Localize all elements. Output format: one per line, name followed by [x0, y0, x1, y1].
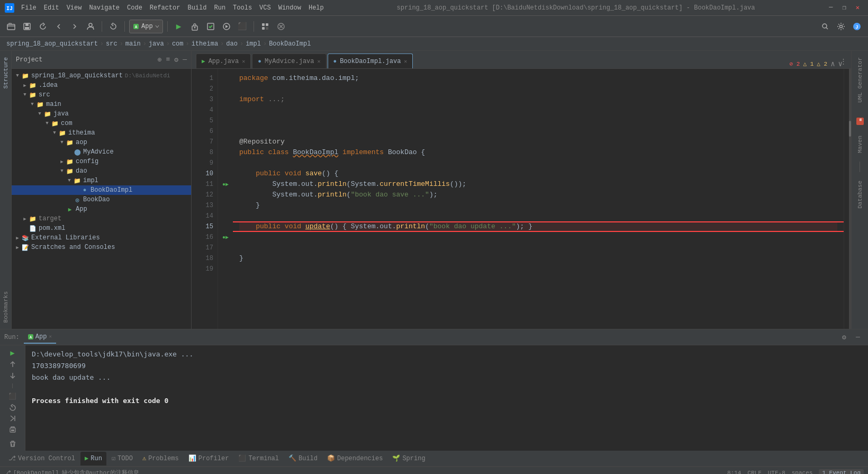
run-play-btn[interactable]: ▶	[6, 348, 20, 357]
bc-main[interactable]: main	[125, 40, 141, 48]
tree-item-com[interactable]: ▼ 📁 com	[12, 119, 191, 128]
scrollbar-thumb[interactable]	[849, 121, 851, 137]
menu-help[interactable]: Help	[305, 3, 327, 13]
tree-item-myadvice[interactable]: ▶ ⬤ MyAdvice	[12, 147, 191, 157]
refresh-btn[interactable]	[36, 20, 50, 33]
bc-java[interactable]: java	[149, 40, 164, 48]
tree-item-pom[interactable]: ▶ 📄 pom.xml	[12, 223, 191, 233]
run-trash-btn[interactable]	[6, 440, 20, 448]
tree-item-app[interactable]: ▶ ▶ App	[12, 204, 191, 214]
tree-item-dao[interactable]: ▼ 📁 dao	[12, 166, 191, 176]
indent-info[interactable]: spaces	[792, 470, 813, 475]
settings-button[interactable]	[834, 20, 848, 33]
btab-spring[interactable]: 🌱 Spring	[388, 452, 429, 466]
run-scroll-end-btn[interactable]	[6, 415, 20, 423]
bc-src[interactable]: src	[106, 40, 117, 48]
no-coverage-button[interactable]	[274, 20, 288, 33]
debug-button[interactable]	[188, 20, 202, 33]
new-file-icon[interactable]: ⊕	[158, 56, 162, 64]
tree-item-bookdaoimpl[interactable]: ▶ ● BookDaoImpl	[12, 185, 191, 195]
close-button[interactable]: ✕	[852, 3, 864, 13]
structure-tab[interactable]: Structure	[1, 53, 11, 93]
profiler-run-button[interactable]	[220, 20, 233, 33]
encoding[interactable]: UTF-8	[768, 470, 785, 475]
tree-item-src[interactable]: ▼ 📁 src	[12, 90, 191, 100]
open-btn[interactable]	[4, 20, 18, 33]
event-log-button[interactable]: 1 Event Log	[819, 469, 864, 475]
tab-bookdaoimpl-java[interactable]: ● BookDaoImpl.java ✕	[328, 53, 413, 68]
minimize-button[interactable]: —	[825, 3, 837, 13]
run-up-btn[interactable]	[6, 361, 20, 369]
tree-item-root[interactable]: ▼ 📁 spring_18_aop_quickstart D:\BaiduNet…	[12, 71, 191, 81]
maximize-button[interactable]: ❐	[838, 3, 851, 13]
menu-refactor[interactable]: Refactor	[147, 3, 184, 13]
menu-bar[interactable]: File Edit View Navigate Code Refactor Bu…	[18, 3, 327, 13]
menu-edit[interactable]: Edit	[41, 3, 62, 13]
menu-navigate[interactable]: Navigate	[86, 3, 123, 13]
code-editor[interactable]: package com.itheima.dao.impl; import ...…	[233, 69, 844, 329]
run-button[interactable]: ▶	[172, 20, 186, 33]
menu-build[interactable]: Build	[184, 3, 210, 13]
menu-file[interactable]: File	[18, 3, 40, 13]
bc-root[interactable]: spring_18_aop_quickstart	[6, 40, 98, 48]
btab-todo[interactable]: ☑ TODO	[107, 452, 137, 466]
tree-item-idea[interactable]: ▶ 📁 .idea	[12, 81, 191, 90]
git-status[interactable]: ⎇ [BookDaoImpl] 缺少包含@author的注释信息	[4, 469, 139, 474]
run-down-btn[interactable]	[6, 372, 20, 380]
menu-run[interactable]: Run	[211, 3, 229, 13]
back-btn[interactable]	[52, 20, 66, 33]
tree-item-config[interactable]: ▶ 📁 config	[12, 157, 191, 166]
menu-code[interactable]: Code	[124, 3, 146, 13]
plugins-button[interactable]: J	[850, 20, 864, 33]
window-controls[interactable]: — ❐ ✕	[825, 3, 864, 13]
run-tab-close[interactable]: ✕	[49, 334, 51, 339]
tab-close-app[interactable]: ✕	[242, 58, 245, 65]
btab-run[interactable]: ▶ Run	[80, 452, 106, 466]
btab-terminal[interactable]: ⬛ Terminal	[234, 452, 283, 466]
coverage2-button[interactable]	[258, 20, 272, 33]
editor-content[interactable]: 1 2 3 4 5 6 7 8 9 10 11 12 13 14 15 16 1…	[192, 69, 851, 329]
tree-item-bookdao[interactable]: ▶ ◎ BookDao	[12, 195, 191, 204]
run-stop-btn[interactable]: ⬛	[6, 392, 20, 400]
bc-dao[interactable]: dao	[226, 40, 238, 48]
maven-label[interactable]: Maven	[856, 133, 864, 155]
run-rerun-btn[interactable]	[6, 404, 20, 412]
app-dropdown[interactable]: A App	[129, 20, 163, 33]
revert-btn[interactable]	[106, 20, 120, 33]
menu-tools[interactable]: Tools	[230, 3, 255, 13]
bookmarks-tab[interactable]: Bookmarks	[1, 287, 11, 327]
search-everywhere-button[interactable]	[818, 20, 832, 33]
btab-build[interactable]: 🔨 Build	[284, 452, 322, 466]
stop-button[interactable]: ⬛	[236, 20, 249, 33]
tree-item-impl[interactable]: ▼ 📁 impl	[12, 176, 191, 185]
bc-itheima[interactable]: itheima	[192, 40, 218, 48]
bc-com[interactable]: com	[172, 40, 184, 48]
coverage-button[interactable]	[204, 20, 218, 33]
profile-btn[interactable]	[84, 20, 97, 33]
tree-item-java[interactable]: ▼ 📁 java	[12, 109, 191, 119]
database-tab[interactable]: Database	[856, 178, 864, 211]
gear-icon[interactable]: ⚙	[174, 56, 178, 64]
tab-close-bookdaoimpl[interactable]: ✕	[404, 58, 407, 65]
btab-profiler[interactable]: 📊 Profiler	[184, 452, 233, 466]
bottom-minimize-btn[interactable]: —	[852, 332, 864, 343]
menu-window[interactable]: Window	[275, 3, 304, 13]
tree-item-main[interactable]: ▼ 📁 main	[12, 100, 191, 109]
bottom-settings-btn[interactable]: ⚙	[838, 332, 850, 343]
tab-app-java[interactable]: ▶ App.java ✕	[196, 53, 251, 68]
run-print-btn[interactable]	[6, 426, 20, 434]
btab-version-control[interactable]: ⎇ Version Control	[4, 452, 79, 466]
uml-generator-tab[interactable]: UML Generator	[856, 55, 864, 105]
tab-close-myadvice[interactable]: ✕	[318, 58, 321, 65]
tab-myadvice-java[interactable]: ● MyAdvice.java ✕	[252, 53, 326, 68]
maven-tab[interactable]: m	[855, 115, 865, 127]
bc-impl[interactable]: impl	[246, 40, 261, 48]
tree-item-target[interactable]: ▶ 📁 target	[12, 214, 191, 223]
sort-icon[interactable]: ≡	[166, 56, 170, 64]
cursor-position[interactable]: 8:14	[727, 470, 741, 475]
scroll-indicator[interactable]	[844, 69, 851, 329]
tree-item-itheima[interactable]: ▼ 📁 itheima	[12, 128, 191, 138]
tree-item-scratches[interactable]: ▶ 📝 Scratches and Consoles	[12, 243, 191, 252]
forward-btn[interactable]	[68, 20, 82, 33]
run-app-tab[interactable]: A App ✕	[24, 331, 56, 344]
